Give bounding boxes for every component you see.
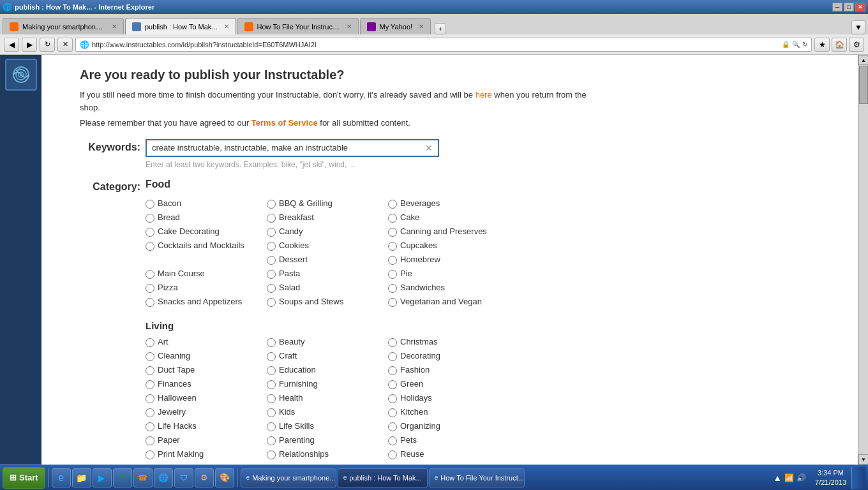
radio-pets[interactable] (388, 436, 397, 445)
tab-myyahoo[interactable]: My Yahoo! ✕ (360, 18, 431, 34)
radio-bbq[interactable] (267, 200, 276, 209)
radio-cookies[interactable] (267, 242, 276, 251)
radio-holidays[interactable] (388, 394, 397, 403)
radio-homebrew[interactable] (388, 256, 397, 265)
tools-button[interactable]: ⚙ (849, 38, 864, 52)
radio-duct-tape[interactable] (146, 366, 154, 375)
radio-halloween[interactable] (146, 394, 154, 403)
radio-green[interactable] (388, 380, 397, 389)
content-area[interactable]: Are you ready to publish your Instructab… (41, 55, 858, 464)
radio-pasta[interactable] (267, 270, 276, 279)
taskbar-item-publish[interactable]: e publish : How To Mak... (338, 468, 428, 487)
radio-snacks[interactable] (146, 298, 154, 307)
keywords-input[interactable] (152, 143, 420, 152)
back-button[interactable]: ◀ (4, 38, 19, 52)
show-desktop-button[interactable] (851, 467, 865, 489)
radio-reuse[interactable] (388, 450, 397, 459)
radio-relationships[interactable] (267, 450, 276, 459)
favorites-button[interactable]: ★ (814, 38, 830, 52)
search-icon[interactable]: 🔍 (792, 41, 800, 48)
radio-parenting[interactable] (267, 436, 276, 445)
radio-kitchen[interactable] (388, 408, 397, 417)
taskbar-item-howto[interactable]: e How To File Your Instruct... (429, 468, 525, 487)
radio-education[interactable] (267, 366, 276, 375)
radio-soups[interactable] (267, 298, 276, 307)
tab-how-to-file[interactable]: How To File Your Instruct... ✕ (237, 18, 359, 34)
scroll-up-arrow[interactable]: ▲ (858, 55, 868, 65)
radio-kids[interactable] (267, 408, 276, 417)
tab-close-2[interactable]: ✕ (224, 23, 229, 30)
radio-print-making[interactable] (146, 450, 154, 459)
tos-link[interactable]: Terms of Service (251, 118, 318, 128)
radio-beverages[interactable] (388, 200, 397, 209)
close-button[interactable]: ✕ (855, 3, 865, 11)
radio-art[interactable] (146, 338, 154, 347)
radio-pie[interactable] (388, 270, 397, 279)
radio-beauty[interactable] (267, 338, 276, 347)
radio-candy[interactable] (267, 228, 276, 237)
radio-breakfast[interactable] (267, 214, 276, 223)
address-bar[interactable]: 🌐 http://www.instructables.com/id/publis… (75, 38, 812, 52)
taskbar-folder-icon[interactable]: 📁 (72, 468, 91, 487)
taskbar-security-icon[interactable]: 🛡 (174, 468, 193, 487)
radio-sandwiches[interactable] (388, 284, 397, 293)
radio-furnishing[interactable] (267, 380, 276, 389)
taskbar-ie-icon[interactable]: e (52, 468, 71, 487)
radio-finances[interactable] (146, 380, 154, 389)
sidebar-icon-fingerprint[interactable] (5, 59, 37, 91)
radio-canning[interactable] (388, 228, 397, 237)
tab-making-smartphone[interactable]: Making your smartphone... ✕ (3, 18, 124, 34)
radio-cake[interactable] (388, 214, 397, 223)
radio-cake-decorating[interactable] (146, 228, 154, 237)
tab-publish[interactable]: publish : How To Mak... ✕ (125, 18, 236, 34)
radio-organizing[interactable] (388, 422, 397, 431)
refresh-button[interactable]: ↻ (40, 38, 55, 52)
new-tab-button[interactable]: + (435, 23, 446, 34)
refresh-addr-icon[interactable]: ↻ (802, 41, 807, 48)
here-link[interactable]: here (475, 90, 492, 100)
tab-list-button[interactable]: ▼ (851, 20, 865, 34)
tray-show-hidden-icon[interactable]: ▲ (773, 473, 782, 483)
maximize-button[interactable]: □ (844, 3, 854, 11)
radio-main-course[interactable] (146, 270, 154, 279)
tab-close-1[interactable]: ✕ (112, 23, 117, 30)
taskbar-settings-icon[interactable]: ⚙ (195, 468, 214, 487)
radio-health[interactable] (267, 394, 276, 403)
radio-life-skills[interactable] (267, 422, 276, 431)
radio-vegetarian[interactable] (388, 298, 397, 307)
stop-button[interactable]: ✕ (57, 38, 73, 52)
radio-christmas[interactable] (388, 338, 397, 347)
scroll-down-arrow[interactable]: ▼ (858, 454, 868, 464)
radio-life-hacks[interactable] (146, 422, 154, 431)
radio-craft[interactable] (267, 352, 276, 361)
taskbar-network-icon[interactable]: 🌐 (154, 468, 173, 487)
minimize-button[interactable]: ─ (832, 3, 842, 11)
home-button[interactable]: 🏠 (832, 38, 847, 52)
taskbar-help-icon[interactable]: ? (113, 468, 132, 487)
radio-salad[interactable] (267, 284, 276, 293)
radio-cleaning[interactable] (146, 352, 154, 361)
start-button[interactable]: ⊞ Start (3, 467, 45, 489)
radio-cupcakes[interactable] (388, 242, 397, 251)
radio-jewelry[interactable] (146, 408, 154, 417)
taskbar-support-icon[interactable]: ☎ (133, 468, 153, 487)
keywords-clear-button[interactable]: ✕ (425, 143, 433, 153)
tab-close-3[interactable]: ✕ (347, 23, 352, 30)
tray-volume-icon[interactable]: 🔊 (797, 473, 806, 482)
radio-bacon[interactable] (146, 200, 154, 209)
scroll-thumb[interactable] (859, 66, 868, 104)
radio-pizza[interactable] (146, 284, 154, 293)
tray-network-icon[interactable]: 📶 (784, 473, 794, 482)
radio-dessert[interactable] (267, 256, 276, 265)
taskbar-media-icon[interactable]: ▶ (93, 468, 112, 487)
radio-cocktails[interactable] (146, 242, 154, 251)
clock[interactable]: 3:34 PM 7/21/2013 (812, 468, 849, 487)
tab-close-4[interactable]: ✕ (419, 23, 424, 30)
radio-decorating[interactable] (388, 352, 397, 361)
radio-fashion[interactable] (388, 366, 397, 375)
radio-bread[interactable] (146, 214, 154, 223)
forward-button[interactable]: ▶ (22, 38, 37, 52)
taskbar-paint-icon[interactable]: 🎨 (215, 468, 234, 487)
radio-paper[interactable] (146, 436, 154, 445)
taskbar-item-making[interactable]: e Making your smartphone... (241, 468, 336, 487)
